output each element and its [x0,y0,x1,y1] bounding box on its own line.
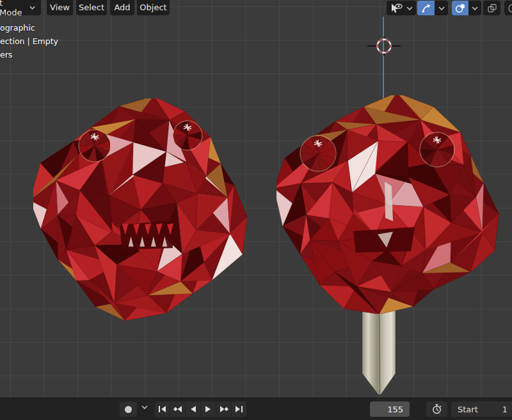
metal-blade[interactable] [357,300,401,400]
show-overlays-group [452,1,481,15]
gizmo-icon [421,3,431,13]
auto-keyframe-record-button[interactable] [120,401,137,417]
mode-dropdown-label: t Mode [0,0,26,17]
jump-to-end-button[interactable] [232,401,246,417]
units-overlay: ers [0,50,12,59]
shading-sphere-icon [508,3,512,13]
chevron-down-icon [406,6,413,11]
viewport-shading-button[interactable] [504,1,512,15]
overlays-dropdown[interactable] [468,1,481,15]
prev-keyframe-icon [173,405,182,413]
playback-controls [155,401,246,417]
menu-view-label: View [50,3,70,12]
next-keyframe-icon [220,405,228,413]
menu-select[interactable]: Select [76,0,107,15]
current-frame-value: 155 [387,405,403,414]
jump-next-keyframe-button[interactable] [216,401,231,417]
jump-to-end-icon [235,405,243,413]
chevron-down-icon [472,6,478,11]
collection-object-overlay: ection | Empty [0,36,58,46]
start-frame-field[interactable]: Start 1 [451,401,512,417]
3d-cursor-icon [366,28,402,64]
menu-add[interactable]: Add [110,0,134,15]
menu-view[interactable]: View [47,0,73,15]
jump-to-start-icon [158,405,166,413]
menu-add-label: Add [114,3,130,12]
menu-object-label: Object [140,3,166,12]
chevron-down-icon [29,5,35,10]
record-icon [125,406,132,413]
timeline-bar: 155 Start 1 [0,398,512,420]
jump-prev-keyframe-button[interactable] [170,401,185,417]
start-frame-label: Start [458,405,478,414]
blender-window: ographic ection | Empty ers t Mode View … [0,0,512,420]
xray-icon [487,3,497,13]
gizmos-dropdown[interactable] [435,1,448,15]
play-reverse-button[interactable] [186,401,200,417]
show-gizmos-toggle[interactable] [417,1,435,15]
play-icon [205,405,212,413]
show-gizmos-group [417,1,448,15]
current-frame-field[interactable]: 155 [370,401,410,417]
object-type-visibility-dropdown[interactable] [387,1,416,15]
play-button[interactable] [201,401,216,417]
play-reverse-icon [189,405,196,413]
record-options-dropdown[interactable] [141,405,148,410]
gem-head-left[interactable] [33,98,248,321]
start-frame-value: 1 [502,405,508,414]
view-name-overlay: ographic [0,23,35,33]
stopwatch-icon [431,403,443,415]
toggle-xray-button[interactable] [483,1,500,15]
eye-cursor-icon [390,3,403,13]
menu-object[interactable]: Object [137,0,170,15]
mode-dropdown[interactable]: t Mode [0,0,41,15]
menu-select-label: Select [79,3,104,12]
use-preview-range-button[interactable] [426,401,447,417]
jump-to-start-button[interactable] [155,401,170,417]
show-overlays-toggle[interactable] [452,1,468,15]
overlays-icon [455,3,465,13]
chevron-down-icon [438,6,445,11]
gem-head-right[interactable] [276,95,499,314]
3d-viewport[interactable]: ographic ection | Empty ers [0,0,512,398]
